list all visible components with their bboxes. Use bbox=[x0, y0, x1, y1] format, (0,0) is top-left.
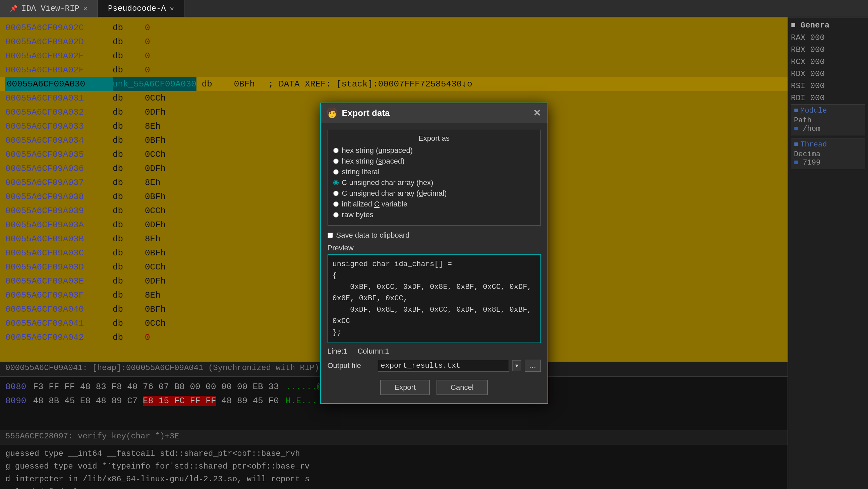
export-as-section: Export as hex string (unspaced) hex stri… bbox=[328, 130, 541, 226]
output-file-input[interactable] bbox=[378, 360, 509, 372]
output-file-label: Output file bbox=[328, 361, 374, 370]
radio-c-decimal-input[interactable] bbox=[333, 191, 339, 196]
preview-line-1: unsigned char ida_chars[] = bbox=[333, 259, 536, 270]
dialog-close-button[interactable]: ✕ bbox=[532, 107, 542, 119]
radio-raw-bytes-label: raw bytes bbox=[342, 210, 373, 219]
radio-c-hex-input[interactable] bbox=[333, 180, 339, 185]
radio-initialized-c-input[interactable] bbox=[333, 201, 339, 207]
radio-hex-unspaced-input[interactable] bbox=[333, 148, 339, 153]
radio-hex-unspaced-label: hex string (unspaced) bbox=[342, 146, 413, 155]
radio-initialized-c[interactable]: initialized C variable bbox=[333, 200, 535, 208]
dialog-title-icon: 🧑 bbox=[326, 107, 338, 119]
tab-ida-view[interactable]: 📌 IDA View-RIP ✕ bbox=[0, 0, 98, 17]
line-col-info: Line:1 Column:1 bbox=[328, 347, 541, 356]
tab-ida-close-icon[interactable]: ✕ bbox=[84, 4, 88, 13]
tab-ida-view-label: IDA View-RIP bbox=[22, 4, 80, 13]
export-button[interactable]: Export bbox=[380, 380, 430, 395]
radio-hex-unspaced[interactable]: hex string (unspaced) bbox=[333, 146, 535, 155]
tab-bar: 📌 IDA View-RIP ✕ Pseudocode-A ✕ bbox=[0, 0, 868, 18]
col-info: Column:1 bbox=[358, 347, 389, 356]
underline-u: u bbox=[378, 146, 382, 155]
dialog-footer: Export Cancel bbox=[328, 377, 541, 396]
tab-pseudocode-label: Pseudocode-A bbox=[108, 4, 166, 13]
dialog-title-text: Export data bbox=[342, 108, 528, 118]
underline-s: s bbox=[378, 157, 382, 165]
radio-c-hex[interactable]: C unsigned char array (hex) bbox=[333, 178, 535, 187]
radio-string-literal[interactable]: string literal bbox=[333, 168, 535, 176]
save-clipboard-label: Save data to clipboard bbox=[336, 231, 410, 240]
radio-c-decimal[interactable]: C unsigned char array (decimal) bbox=[333, 189, 535, 198]
preview-label: Preview bbox=[328, 244, 541, 252]
export-as-title: Export as bbox=[333, 134, 535, 143]
radio-raw-bytes[interactable]: raw bytes bbox=[333, 210, 535, 219]
radio-string-literal-label: string literal bbox=[342, 168, 379, 176]
radio-hex-spaced-input[interactable] bbox=[333, 159, 339, 164]
tab-pin-icon: 📌 bbox=[10, 5, 18, 12]
save-clipboard-checkbox[interactable] bbox=[328, 233, 333, 238]
output-file-dropdown[interactable]: ▾ bbox=[512, 360, 521, 371]
preview-section: Preview unsigned char ida_chars[] = { 0x… bbox=[328, 244, 541, 343]
underline-c: C bbox=[374, 200, 379, 208]
export-dialog: 🧑 Export data ✕ Export as hex string (un… bbox=[320, 103, 548, 404]
dialog-body: Export as hex string (unspaced) hex stri… bbox=[321, 123, 548, 403]
radio-hex-spaced[interactable]: hex string (spaced) bbox=[333, 157, 535, 166]
preview-line-2: { bbox=[333, 270, 536, 282]
preview-line-4: 0xDF, 0x8E, 0xBF, 0xCC, 0xDF, 0x8E, 0xBF… bbox=[333, 304, 536, 327]
radio-raw-bytes-input[interactable] bbox=[333, 212, 339, 218]
underline-d: d bbox=[419, 189, 423, 197]
radio-string-literal-input[interactable] bbox=[333, 169, 339, 175]
line-info: Line:1 bbox=[328, 347, 348, 356]
tab-pseudocode-close-icon[interactable]: ✕ bbox=[170, 4, 174, 13]
output-file-row: Output file ▾ … bbox=[328, 360, 541, 372]
radio-hex-spaced-label: hex string (spaced) bbox=[342, 157, 405, 166]
modal-overlay: 🧑 Export data ✕ Export as hex string (un… bbox=[0, 18, 868, 489]
tab-pseudocode[interactable]: Pseudocode-A ✕ bbox=[98, 0, 184, 17]
preview-box: unsigned char ida_chars[] = { 0xBF, 0xCC… bbox=[328, 254, 541, 343]
dialog-titlebar: 🧑 Export data ✕ bbox=[321, 103, 548, 123]
preview-line-3: 0xBF, 0xCC, 0xDF, 0x8E, 0xBF, 0xCC, 0xDF… bbox=[333, 282, 536, 304]
radio-initialized-c-label: initialized C variable bbox=[342, 200, 408, 208]
output-file-browse-button[interactable]: … bbox=[525, 360, 541, 372]
radio-c-hex-label: C unsigned char array (hex) bbox=[342, 178, 434, 187]
cancel-button[interactable]: Cancel bbox=[436, 380, 488, 395]
preview-line-5: }; bbox=[333, 327, 536, 338]
underline-h: h bbox=[419, 178, 423, 187]
radio-c-decimal-label: C unsigned char array (decimal) bbox=[342, 189, 447, 198]
save-clipboard-row[interactable]: Save data to clipboard bbox=[328, 231, 541, 240]
